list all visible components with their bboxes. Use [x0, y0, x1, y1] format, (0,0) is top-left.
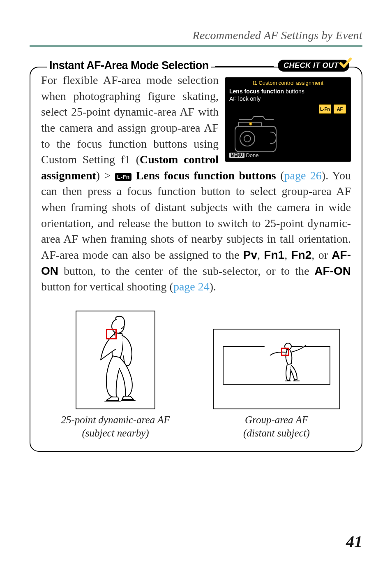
page-number: 41 [346, 532, 362, 551]
link-page-24[interactable]: page 24 [173, 280, 210, 293]
figure-right: Group-area AF (distant subject) [207, 311, 346, 440]
bold-fn1: Fn1 [264, 248, 284, 261]
para-span: , [257, 248, 264, 261]
menu-header-prefix: f1 [253, 80, 257, 86]
lfn-badge-icon: L-Fn [319, 104, 331, 114]
menu-pill-icon: MENU [229, 153, 244, 158]
para-span: ( [276, 169, 284, 182]
figure-left: 25-point dynamic-area AF (subject nearby… [46, 311, 185, 440]
para-span: For flexible AF-area mode selection when… [41, 74, 219, 166]
para-span: , [284, 248, 291, 261]
figure-left-image [76, 311, 155, 409]
para-span: ). [210, 280, 216, 293]
figure-right-image [213, 329, 340, 409]
figure-left-caption-l2: (subject nearby) [82, 427, 149, 439]
svg-point-3 [249, 123, 252, 125]
figure-right-caption: Group-area AF (distant subject) [207, 413, 346, 440]
bold-afon-2: AF-ON [314, 265, 351, 277]
skater-near-illustration [83, 315, 148, 405]
af-badge-icon: AF [334, 104, 346, 114]
bold-lens-focus: Lens focus function buttons [131, 169, 276, 182]
para-span: ). You can then press a focus function b… [41, 169, 351, 261]
para-span: button, to the center of the sub-selecto… [58, 265, 314, 277]
menu-done-row: MENU Done [229, 152, 259, 158]
check-it-out-badge: CHECK IT OUT [278, 60, 349, 72]
menu-line-1: Lens focus function buttons [229, 88, 304, 95]
focus-point-box [106, 329, 117, 339]
menu-done-label: Done [246, 152, 258, 158]
breadcrumb: Recommended AF Settings by Event [30, 29, 362, 42]
para-span: , or [311, 248, 332, 261]
header-rule [30, 45, 362, 48]
callout-box: Instant AF-Area Mode Selection CHECK IT … [30, 67, 362, 452]
camera-menu-screenshot: f1 Custom control assignment Lens focus … [225, 77, 351, 162]
svg-point-1 [240, 131, 255, 146]
figure-right-caption-l2: (distant subject) [243, 427, 310, 439]
menu-line-2: AF lock only [229, 95, 261, 102]
menu-badges: L-Fn AF [319, 104, 346, 114]
figure-right-caption-l1: Group-area AF [245, 414, 308, 425]
camera-outline-icon [231, 115, 280, 156]
lfn-icon: L-Fn [115, 173, 131, 181]
bold-pv: Pv [243, 248, 257, 261]
menu-header-text: Custom control assignment [258, 80, 323, 86]
para-span: button for vertical shooting ( [41, 280, 173, 293]
svg-point-2 [244, 135, 251, 142]
link-page-26[interactable]: page 26 [284, 169, 322, 182]
para-span: ) > [96, 169, 115, 182]
menu-header: f1 Custom control assignment [225, 80, 351, 86]
figure-row: 25-point dynamic-area AF (subject nearby… [41, 311, 351, 440]
figure-left-caption: 25-point dynamic-area AF (subject nearby… [46, 413, 185, 440]
figure-left-caption-l1: 25-point dynamic-area AF [61, 414, 170, 425]
bold-fn2: Fn2 [291, 248, 312, 261]
check-icon [339, 57, 352, 70]
skater-distant-illustration [215, 330, 338, 408]
title-rule [215, 66, 274, 67]
focus-point-box [281, 348, 289, 356]
callout-title: Instant AF-Area Mode Selection [49, 59, 209, 72]
menu-line-1b: buttons [284, 88, 304, 95]
check-it-out-text: CHECK IT OUT [284, 61, 339, 70]
callout-title-row: Instant AF-Area Mode Selection CHECK IT … [47, 59, 349, 72]
menu-line-1a: Lens focus function [229, 88, 284, 95]
